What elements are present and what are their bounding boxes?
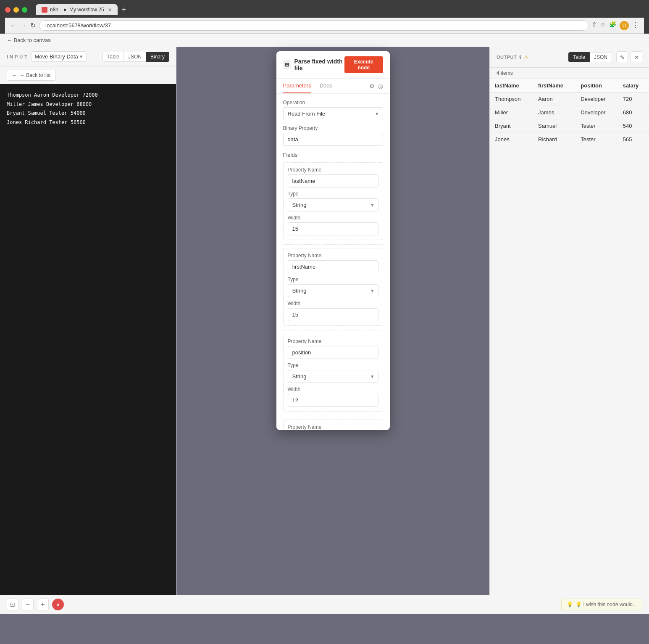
output-table: lastName firstName position salary Thomp… (490, 79, 649, 146)
tab-table[interactable]: Table (102, 52, 124, 62)
bottom-bar: ⊡ − + n 💡 💡 I wish this node would... (0, 595, 649, 614)
field-2-type-select[interactable]: String ▾ (288, 284, 378, 297)
binary-property-input[interactable] (283, 133, 383, 146)
field-1-type-group: Type String ▾ (288, 191, 378, 211)
field-3-type-label: Type (288, 362, 378, 368)
output-panel: OUTPUT ℹ ⚠ Table JSON ✎ ✕ 4 items lastNa… (489, 47, 649, 595)
zoom-fit-btn[interactable]: ⊡ (7, 599, 18, 610)
field-3-width-label: Width (288, 386, 378, 392)
cell-firstname: James (533, 106, 575, 119)
output-table-container: lastName firstName position salary Thomp… (490, 79, 649, 595)
settings-icon[interactable]: ⚙ (369, 83, 375, 90)
back-to-canvas-link[interactable]: ← Back to canvas (7, 37, 51, 43)
profile-icon[interactable]: U (620, 21, 629, 30)
input-panel: I N P U T Move Binary Data ▾ Table JSON … (0, 47, 176, 595)
field-3-width-group: Width (288, 386, 378, 407)
node-icon: ⊞ (283, 60, 291, 69)
share-icon[interactable]: ⇧ (592, 21, 597, 30)
field-1-type-select[interactable]: String ▾ (288, 198, 378, 211)
col-salary: salary (618, 79, 649, 92)
cell-firstname: Richard (533, 133, 575, 146)
field-3-width-input[interactable] (288, 394, 378, 407)
table-row: Jones Richard Tester 565 (490, 133, 649, 146)
field-1-prop-input[interactable] (288, 174, 378, 187)
close-btn[interactable] (5, 7, 11, 13)
field-1-prop-label: Property Name (288, 167, 378, 173)
main-area: I N P U T Move Binary Data ▾ Table JSON … (0, 47, 649, 595)
field-3-prop-input[interactable] (288, 346, 378, 359)
table-row: Bryant Samuel Tester 540 (490, 119, 649, 133)
menu-icon[interactable]: ⋮ (632, 21, 639, 30)
field-1-width-label: Width (288, 215, 378, 221)
cell-lastname: Miller (490, 106, 533, 119)
operation-group: Operation Read From File ▾ (283, 100, 383, 120)
tab-close-icon[interactable]: × (108, 6, 112, 13)
tab-label: n8n - ► My workflow 25 (50, 7, 104, 13)
tab-json[interactable]: JSON (124, 52, 146, 62)
input-dropdown[interactable]: Move Binary Data ▾ (31, 51, 87, 62)
n8n-logo: n (52, 599, 64, 610)
data-row-2: Miller James Developer 68000 (7, 100, 169, 109)
zoom-controls: ⊡ − + n (7, 599, 64, 610)
back-to-list-btn[interactable]: ← ← Back to list (7, 70, 56, 81)
pin-header-icon[interactable]: ◎ (378, 83, 383, 90)
node-body: Operation Read From File ▾ Binary Proper… (276, 94, 390, 430)
input-content: Thompson Aaron Developer 72000 Miller Ja… (0, 84, 176, 595)
back-arrow-icon: ← (12, 72, 17, 78)
zoom-in-btn[interactable]: + (37, 599, 49, 610)
bookmark-icon[interactable]: ☆ (600, 21, 606, 30)
node-modal-header: ⊞ Parse fixed width file Execute node (276, 51, 390, 79)
tab-docs[interactable]: Docs (320, 79, 332, 93)
output-edit-btn[interactable]: ✎ (616, 51, 628, 63)
nav-back-btn[interactable]: ← (10, 22, 17, 29)
minimize-btn[interactable] (13, 7, 19, 13)
tab-binary[interactable]: Binary (146, 52, 169, 62)
execute-node-btn[interactable]: Execute node (344, 56, 383, 73)
field-1-width-input[interactable] (288, 222, 378, 235)
maximize-btn[interactable] (22, 7, 27, 13)
nav-refresh-btn[interactable]: ↻ (30, 21, 36, 29)
wish-text: 💡 I wish this node would... (575, 602, 637, 607)
fields-label: Fields (283, 152, 383, 158)
field-1-width-group: Width (288, 215, 378, 235)
field-4-prop-group: Property Name (288, 424, 378, 430)
field-group-1: Property Name Type String ▾ (283, 162, 383, 240)
binary-property-group: Binary Property (283, 125, 383, 146)
field-3-type-select[interactable]: String ▾ (288, 370, 378, 383)
node-tabs: Parameters Docs ⚙ ◎ (276, 79, 390, 94)
data-row-4: Jones Richard Tester 56500 (7, 118, 169, 127)
cell-firstname: Aaron (533, 92, 575, 106)
input-panel-header: I N P U T Move Binary Data ▾ Table JSON … (0, 47, 176, 66)
output-pin-btn[interactable]: ✕ (631, 51, 642, 63)
col-position: position (575, 79, 617, 92)
nav-icons: ⇧ ☆ 🧩 U ⋮ (592, 21, 639, 30)
browser-tab[interactable]: n8n - ► My workflow 25 × (36, 4, 118, 15)
output-tab-table[interactable]: Table (568, 52, 590, 62)
field-3-type-chevron-icon: ▾ (371, 373, 374, 380)
new-tab-btn[interactable]: + (122, 5, 126, 14)
field-2-type-chevron-icon: ▾ (371, 288, 374, 294)
address-bar[interactable]: localhost:5678/workflow/37 (39, 20, 589, 31)
chevron-down-icon: ▾ (80, 53, 83, 60)
field-2-width-label: Width (288, 301, 378, 306)
input-view-tabs: Table JSON Binary (102, 52, 169, 62)
nav-forward-btn[interactable]: → (20, 22, 27, 29)
input-label: I N P U T (7, 54, 28, 59)
field-2-prop-input[interactable] (288, 260, 378, 273)
items-count: 4 items (490, 68, 649, 79)
field-separator-2 (283, 330, 383, 330)
operation-chevron-icon: ▾ (376, 111, 378, 117)
field-3-type-group: Type String ▾ (288, 362, 378, 383)
extension-icon[interactable]: 🧩 (609, 21, 616, 30)
field-separator-1 (283, 244, 383, 245)
zoom-out-btn[interactable]: − (22, 599, 34, 610)
wish-bar[interactable]: 💡 💡 I wish this node would... (561, 599, 642, 610)
output-tab-json[interactable]: JSON (590, 52, 612, 62)
operation-select[interactable]: Read From File ▾ (283, 107, 383, 120)
cell-salary: 680 (618, 106, 649, 119)
field-2-width-input[interactable] (288, 308, 378, 321)
cell-salary: 565 (618, 133, 649, 146)
browser-chrome: n8n - ► My workflow 25 × + ← → ↻ localho… (0, 0, 649, 34)
canvas-area: ⊞ Parse fixed width file Execute node Pa… (176, 47, 489, 595)
tab-parameters[interactable]: Parameters (283, 79, 311, 93)
